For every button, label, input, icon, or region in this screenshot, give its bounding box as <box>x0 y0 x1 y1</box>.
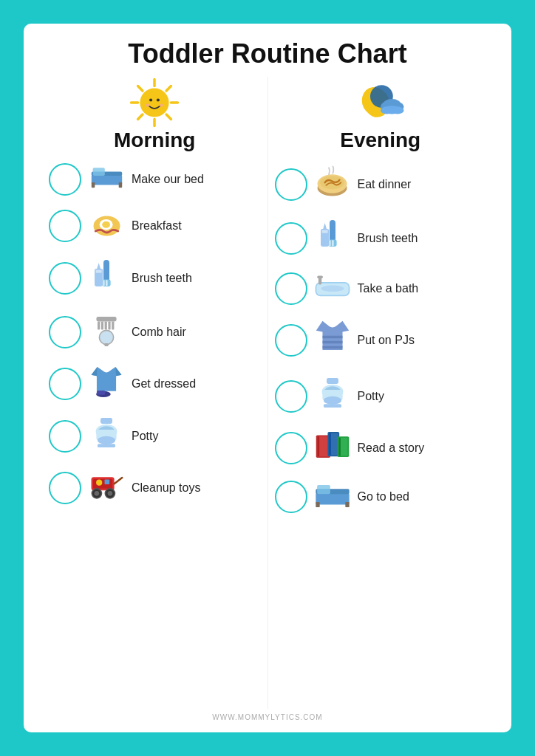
evening-checkbox-2[interactable] <box>275 272 307 305</box>
evening-checkbox-3[interactable] <box>275 324 307 357</box>
svg-point-42 <box>98 436 115 444</box>
svg-line-7 <box>138 114 143 119</box>
svg-point-10 <box>157 98 160 101</box>
evening-column: Evening Eat dinner <box>272 77 490 709</box>
evening-header: Evening <box>340 77 420 152</box>
evening-routine-item: Put on PJs <box>272 314 490 367</box>
evening-routine-item: Take a bath <box>272 267 490 309</box>
evening-item-label-6: Go to bed <box>358 490 487 504</box>
svg-rect-97 <box>345 502 349 507</box>
svg-rect-29 <box>98 321 100 329</box>
evening-item-icon-4 <box>313 374 352 418</box>
svg-rect-68 <box>321 230 327 233</box>
svg-line-5 <box>166 114 171 119</box>
morning-item-label-5: Potty <box>132 430 261 443</box>
evening-item-label-0: Eat dinner <box>358 178 487 191</box>
morning-item-label-3: Comb hair <box>132 326 261 339</box>
svg-rect-92 <box>338 438 341 456</box>
morning-item-icon-3 <box>87 310 126 354</box>
evening-item-icon-3 <box>313 317 352 364</box>
svg-rect-66 <box>332 240 333 246</box>
morning-checkbox-6[interactable] <box>49 472 81 504</box>
svg-line-6 <box>166 86 171 91</box>
svg-point-8 <box>140 88 169 117</box>
morning-routine-item: Comb hair <box>46 307 264 357</box>
morning-items-list: Make our bed Breakfast Brush teeth <box>46 159 264 511</box>
morning-routine-item: Cleanup toys <box>46 465 264 511</box>
svg-rect-76 <box>322 341 342 343</box>
evening-items-list: Eat dinner Brush teeth Take a bath <box>272 159 490 518</box>
morning-checkbox-2[interactable] <box>49 262 81 295</box>
morning-checkbox-4[interactable] <box>49 368 81 400</box>
svg-rect-65 <box>329 240 330 246</box>
svg-point-51 <box>96 480 102 486</box>
svg-point-34 <box>99 330 113 344</box>
evening-checkbox-1[interactable] <box>275 222 307 255</box>
evening-routine-item: Potty <box>272 371 490 421</box>
svg-rect-74 <box>317 275 323 278</box>
evening-item-label-2: Take a bath <box>358 282 487 295</box>
morning-routine-item: Potty <box>46 411 264 461</box>
morning-routine-item: Get dressed <box>46 361 264 407</box>
evening-checkbox-0[interactable] <box>275 168 307 201</box>
svg-rect-31 <box>105 321 107 329</box>
morning-item-icon-1 <box>87 206 126 246</box>
svg-rect-23 <box>103 280 104 286</box>
morning-checkbox-0[interactable] <box>49 163 81 196</box>
svg-rect-83 <box>324 404 341 408</box>
svg-point-47 <box>95 491 100 496</box>
svg-line-4 <box>138 86 143 91</box>
svg-point-20 <box>102 221 110 228</box>
svg-rect-13 <box>91 174 121 185</box>
svg-rect-35 <box>105 343 109 346</box>
evening-item-label-3: Put on PJs <box>358 334 487 347</box>
evening-routine-item: Eat dinner <box>272 159 490 209</box>
svg-point-72 <box>321 285 344 292</box>
svg-rect-17 <box>118 182 122 188</box>
svg-rect-15 <box>92 168 104 176</box>
evening-label: Evening <box>340 128 420 152</box>
morning-item-label-0: Make our bed <box>132 173 261 186</box>
svg-rect-16 <box>91 182 95 188</box>
columns-container: Morning Make our bed Breakfast <box>46 77 489 709</box>
evening-item-label-5: Read a story <box>358 441 487 455</box>
evening-routine-item: Go to bed <box>272 475 490 518</box>
svg-point-82 <box>324 396 341 405</box>
evening-checkbox-6[interactable] <box>275 481 307 513</box>
evening-checkbox-4[interactable] <box>275 380 307 413</box>
morning-item-icon-0 <box>87 162 126 196</box>
svg-rect-33 <box>112 321 114 329</box>
svg-point-9 <box>149 98 152 101</box>
morning-item-icon-5 <box>87 414 126 458</box>
morning-item-label-6: Cleanup toys <box>132 481 261 495</box>
svg-rect-52 <box>105 480 110 485</box>
svg-rect-37 <box>97 391 105 395</box>
svg-rect-26 <box>96 270 102 273</box>
svg-point-11 <box>146 103 150 106</box>
evening-checkbox-5[interactable] <box>275 432 307 464</box>
svg-rect-43 <box>98 444 115 447</box>
morning-item-icon-4 <box>87 364 126 404</box>
sun-icon <box>129 77 180 128</box>
morning-item-label-4: Get dressed <box>132 377 261 391</box>
morning-item-icon-6 <box>87 468 126 508</box>
evening-routine-item: Read a story <box>272 425 490 471</box>
footer-text: WWW.MOMMYLYTICS.COM <box>212 713 322 721</box>
morning-checkbox-3[interactable] <box>49 316 81 348</box>
svg-rect-45 <box>93 479 112 489</box>
svg-rect-93 <box>316 493 349 505</box>
morning-checkbox-1[interactable] <box>49 210 81 242</box>
evening-item-label-4: Potty <box>358 390 487 403</box>
svg-point-12 <box>160 103 164 106</box>
svg-rect-78 <box>327 378 338 384</box>
morning-item-icon-2 <box>87 256 126 300</box>
evening-routine-item: Brush teeth <box>272 213 490 263</box>
svg-marker-69 <box>323 223 327 229</box>
svg-rect-38 <box>100 418 112 424</box>
evening-item-label-1: Brush teeth <box>358 232 487 245</box>
svg-line-50 <box>115 478 123 484</box>
morning-header: Morning <box>114 77 195 152</box>
morning-checkbox-5[interactable] <box>49 420 81 453</box>
evening-item-icon-1 <box>313 216 352 260</box>
evening-item-icon-6 <box>313 478 352 515</box>
